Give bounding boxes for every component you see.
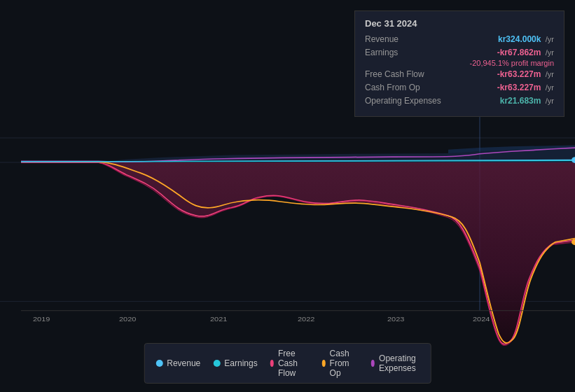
tooltip-label-fcf: Free Cash Flow [365, 69, 449, 79]
tooltip-unit-revenue: /yr [546, 35, 554, 43]
legend-item-earnings[interactable]: Earnings [213, 358, 257, 368]
legend-item-cashop[interactable]: Cash From Op [321, 349, 358, 378]
svg-text:2019: 2019 [33, 316, 50, 323]
tooltip-row-fcf: Free Cash Flow -kr63.227m /yr [365, 69, 554, 79]
tooltip-margin: -20,945.1% profit margin [365, 59, 554, 67]
tooltip-value-cashop: -kr63.227m [497, 83, 541, 92]
tooltip-label-cashop: Cash From Op [365, 83, 449, 92]
earnings-dot [213, 360, 220, 367]
cashop-dot [321, 360, 325, 367]
legend-item-fcf[interactable]: Free Cash Flow [270, 349, 310, 378]
chart-legend: Revenue Earnings Free Cash Flow Cash Fro… [144, 343, 431, 384]
tooltip-value-fcf: -kr63.227m [497, 69, 541, 79]
tooltip-unit-opex: /yr [546, 97, 554, 105]
tooltip-date: Dec 31 2024 [365, 18, 554, 29]
legend-label-cashop: Cash From Op [330, 349, 359, 378]
tooltip-value-opex: kr21.683m [500, 96, 541, 106]
legend-label-opex: Operating Expenses [379, 354, 420, 373]
revenue-dot [155, 360, 162, 367]
svg-text:2021: 2021 [210, 316, 228, 323]
legend-label-fcf: Free Cash Flow [278, 349, 309, 378]
svg-text:2020: 2020 [119, 316, 137, 323]
chart-svg: 2019 2020 2021 2022 2023 2024 [0, 108, 575, 354]
data-tooltip: Dec 31 2024 Revenue kr324.000k /yr Earni… [354, 10, 564, 117]
tooltip-row-opex: Operating Expenses kr21.683m /yr [365, 96, 554, 106]
legend-item-opex[interactable]: Operating Expenses [371, 354, 420, 373]
tooltip-row-cashop: Cash From Op -kr63.227m /yr [365, 83, 554, 92]
tooltip-label-earnings: Earnings [365, 48, 449, 57]
opex-dot [371, 360, 375, 367]
tooltip-unit-fcf: /yr [546, 70, 554, 78]
tooltip-row-earnings: Earnings -kr67.862m /yr [365, 48, 554, 57]
svg-text:2023: 2023 [387, 316, 405, 323]
legend-label-earnings: Earnings [224, 358, 257, 368]
tooltip-label-opex: Operating Expenses [365, 96, 449, 106]
tooltip-label-revenue: Revenue [365, 34, 449, 44]
tooltip-row-revenue: Revenue kr324.000k /yr [365, 34, 554, 44]
tooltip-unit-cashop: /yr [546, 83, 554, 92]
svg-text:2022: 2022 [298, 316, 315, 323]
svg-text:2024: 2024 [473, 316, 490, 323]
tooltip-unit-earnings: /yr [546, 48, 554, 57]
tooltip-value-earnings: -kr67.862m [497, 48, 541, 57]
legend-item-revenue[interactable]: Revenue [155, 358, 200, 368]
tooltip-value-revenue: kr324.000k [498, 34, 541, 44]
fcf-dot [270, 360, 274, 367]
legend-label-revenue: Revenue [167, 358, 200, 368]
